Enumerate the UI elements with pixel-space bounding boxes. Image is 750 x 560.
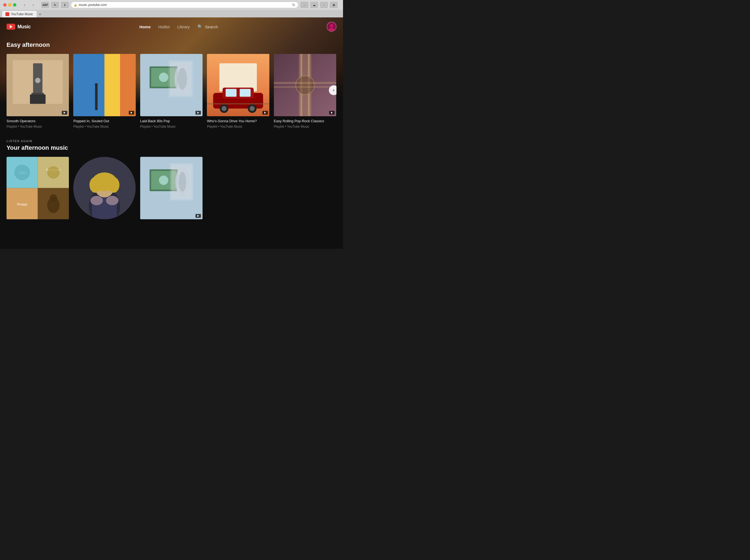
forward-button[interactable]: › [29,2,37,8]
svg-point-14 [95,83,98,86]
back-button[interactable]: ‹ [21,2,28,8]
nav-links: Home Hotlist Library 🔍 Search [139,24,218,29]
card-title-1: Smooth Operators [6,119,69,124]
svg-point-38 [296,76,315,95]
listen-thumb-collage: Len Semisonic Shaggy [6,157,69,219]
svg-point-59 [108,177,120,193]
listen-thumb-artist [73,157,136,219]
cloud-button[interactable]: ☁ [310,2,318,8]
yt-logo-icon [6,24,15,30]
info-button[interactable]: ℹ [61,2,68,8]
close-button[interactable] [3,3,6,6]
user-avatar[interactable] [327,22,337,32]
listen-card-artist[interactable] [73,157,136,222]
svg-rect-27 [226,89,237,97]
lock-icon: 🔒 [74,3,77,6]
maximize-button[interactable] [13,3,16,6]
card-laidback-80s[interactable]: Laid-Back 80s Pop Playlist • YouTube Mus… [140,54,203,128]
svg-point-65 [159,176,168,185]
new-tab-button[interactable]: + [39,12,42,17]
card-subtitle-5: Playlist • YouTube Music [274,125,336,128]
card-thumb-4 [207,54,269,116]
card-popped-in[interactable]: Popped In, Souled Out Playlist • YouTube… [73,54,136,128]
tab-favicon [5,12,9,16]
card-easy-rolling[interactable]: Easy Rolling Pop-Rock Classics Playlist … [274,54,336,128]
address-bar[interactable]: 🔒 music.youtube.com ↻ [71,2,298,8]
card-subtitle-2: Playlist • YouTube Music [73,125,136,128]
listen-again-section: LISTEN AGAIN Your afternoon music Len Se… [6,139,337,222]
search-label: Search [205,24,218,29]
listen-card-collage[interactable]: Len Semisonic Shaggy [6,157,69,222]
svg-rect-39 [274,82,336,84]
tab-title: YouTube Music [11,12,33,16]
svg-point-48 [15,165,30,180]
svg-point-51 [49,194,57,202]
svg-point-49 [47,166,60,179]
listen-again-label: LISTEN AGAIN [6,139,337,143]
reload-button[interactable]: ↻ [292,3,296,7]
card-title-3: Laid-Back 80s Pop [140,119,203,124]
svg-point-58 [89,177,101,193]
card-thumb-3 [140,54,203,116]
carousel-next-button[interactable]: › [329,85,337,95]
listen-again-title: Your afternoon music [6,144,337,152]
yt-badge-listen [196,214,201,218]
traffic-lights [3,3,16,6]
nav-home[interactable]: Home [139,24,151,29]
yt-music-app: Music Home Hotlist Library 🔍 Search Easy… [0,17,343,249]
svg-point-2 [329,28,334,32]
minimize-button[interactable] [8,3,12,6]
svg-rect-24 [219,63,257,91]
card-title-5: Easy Rolling Pop-Rock Classics [274,119,336,124]
browser-titlebar: ‹ › ABP ↻ ℹ 🔒 music.youtube.com ↻ ↓ ☁ ↑ … [0,0,343,10]
card-thumb-2 [73,54,136,116]
svg-rect-10 [73,54,104,116]
nav-library[interactable]: Library [177,24,190,29]
main-content: Easy afternoon [0,36,343,239]
nav-search[interactable]: 🔍 Search [197,24,218,29]
listen-thumb-laidback [140,157,203,219]
listen-card-laidback[interactable] [140,157,203,222]
active-tab[interactable]: YouTube Music [2,11,37,17]
svg-rect-28 [240,89,251,97]
tabs-button[interactable]: ⊞ [330,2,338,8]
download-button[interactable]: ↓ [301,2,308,8]
section-title: Easy afternoon [6,41,337,48]
svg-point-8 [35,78,40,83]
yt-badge-3 [196,111,201,115]
svg-point-69 [179,172,186,192]
browser-toolbar: ABP ↻ ℹ 🔒 music.youtube.com ↻ ↓ ☁ ↑ ⊞ [39,0,340,10]
yt-music-logo[interactable]: Music [6,24,31,30]
yt-badge-4 [262,111,268,115]
search-icon: 🔍 [197,24,203,29]
cards-carousel: Smooth Operators Playlist • YouTube Musi… [6,54,337,128]
card-subtitle-4: Playlist • YouTube Music [207,125,269,128]
card-smooth-operators[interactable]: Smooth Operators Playlist • YouTube Musi… [6,54,69,128]
share-button[interactable]: ↑ [320,2,328,8]
listen-cards-row: Len Semisonic Shaggy [6,157,337,222]
browser-tab-bar: YouTube Music + [0,10,343,17]
svg-rect-40 [274,86,336,88]
adblock-button[interactable]: ABP [41,2,49,8]
svg-rect-13 [95,85,98,110]
svg-point-32 [250,106,255,111]
url-text: music.youtube.com [79,3,107,7]
svg-point-1 [330,24,333,27]
svg-rect-7 [30,95,45,104]
card-thumb-5 [274,54,336,116]
nav-hotlist[interactable]: Hotlist [159,24,170,29]
yt-badge-2 [129,111,134,115]
card-title-4: Who's Gonna Drive You Home? [207,119,269,124]
card-subtitle-3: Playlist • YouTube Music [140,125,203,128]
card-subtitle-1: Playlist • YouTube Music [6,125,69,128]
svg-point-22 [178,68,187,90]
svg-point-60 [90,196,103,205]
card-thumb-1 [6,54,69,116]
browser-navigation: ‹ › [21,2,37,8]
logo-text: Music [17,24,31,30]
refresh-icon[interactable]: ↻ [51,2,59,8]
card-title-2: Popped In, Souled Out [73,119,136,124]
svg-rect-11 [104,54,120,116]
easy-afternoon-section: Easy afternoon [6,41,337,128]
card-drive-you-home[interactable]: Who's Gonna Drive You Home? Playlist • Y… [207,54,269,128]
